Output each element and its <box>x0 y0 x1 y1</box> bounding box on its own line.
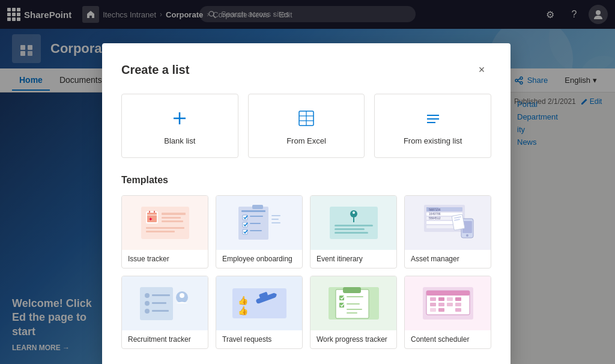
svg-rect-67 <box>452 214 465 231</box>
template-content-scheduler[interactable]: Content scheduler <box>404 276 491 349</box>
svg-rect-44 <box>252 205 263 209</box>
template-travel-label: Travel requests <box>216 330 302 348</box>
svg-rect-31 <box>162 213 186 215</box>
template-recruitment-tracker[interactable]: Recruitment tracker <box>121 276 208 349</box>
template-work-progress[interactable]: Work progress tracker <box>310 276 397 349</box>
svg-point-73 <box>145 301 150 306</box>
from-excel-option[interactable]: From Excel <box>248 94 365 158</box>
template-issue-image: ✦ <box>122 196 208 250</box>
excel-icon <box>294 106 318 130</box>
svg-rect-41 <box>250 216 263 217</box>
svg-rect-104 <box>455 303 461 306</box>
template-event-label: Event itinerary <box>311 250 396 268</box>
template-employee-onboarding[interactable]: Employee onboarding <box>216 195 303 268</box>
svg-rect-99 <box>447 297 453 301</box>
template-content-label: Content scheduler <box>405 330 491 348</box>
svg-rect-106 <box>438 308 444 312</box>
existing-list-label: From existing list <box>404 136 462 145</box>
create-list-modal: Create a list × Blank list <box>102 43 510 364</box>
svg-rect-32 <box>162 217 181 219</box>
svg-rect-47 <box>271 222 280 223</box>
svg-rect-103 <box>447 303 453 306</box>
svg-rect-33 <box>162 220 183 222</box>
template-event-itinerary[interactable]: Event itinerary <box>310 195 397 268</box>
template-work-image <box>311 276 396 330</box>
existing-list-icon <box>421 106 445 130</box>
svg-rect-98 <box>438 297 444 301</box>
svg-point-78 <box>180 293 184 298</box>
svg-point-50 <box>353 211 355 214</box>
list-options: Blank list From Excel <box>121 94 491 158</box>
excel-label: From Excel <box>286 136 326 145</box>
svg-rect-93 <box>347 312 357 314</box>
modal-close-button[interactable]: × <box>472 60 491 79</box>
svg-rect-37 <box>241 210 265 212</box>
svg-rect-46 <box>271 219 279 220</box>
svg-rect-74 <box>152 302 166 304</box>
blank-list-icon <box>168 106 192 130</box>
svg-text:5687156: 5687156 <box>429 208 441 211</box>
template-travel-image: 👍 👍 <box>216 276 302 330</box>
svg-point-75 <box>145 309 150 314</box>
svg-rect-52 <box>335 228 365 230</box>
svg-rect-43 <box>250 230 262 231</box>
svg-rect-96 <box>426 291 470 296</box>
template-employee-image <box>216 196 302 250</box>
template-content-image <box>405 276 491 330</box>
svg-rect-100 <box>455 297 461 301</box>
svg-rect-34 <box>146 227 184 229</box>
svg-rect-45 <box>271 215 280 216</box>
svg-rect-105 <box>430 308 436 312</box>
template-asset-manager[interactable]: 5687156 1649786 5564512 Asset manager <box>404 195 491 268</box>
svg-rect-97 <box>430 297 436 301</box>
svg-text:1649786: 1649786 <box>429 212 441 216</box>
svg-text:✦: ✦ <box>148 216 153 222</box>
svg-point-71 <box>145 293 150 298</box>
template-issue-tracker[interactable]: ✦ Issue tracker <box>121 195 208 268</box>
blank-list-option[interactable]: Blank list <box>121 94 238 158</box>
svg-rect-101 <box>430 303 436 306</box>
template-asset-image: 5687156 1649786 5564512 <box>405 196 491 250</box>
svg-rect-53 <box>335 232 368 234</box>
from-existing-option[interactable]: From existing list <box>374 94 491 158</box>
svg-rect-90 <box>347 296 363 297</box>
template-travel-requests[interactable]: 👍 👍 Travel requests <box>216 276 303 349</box>
templates-grid: ✦ Issue tracker <box>121 195 491 349</box>
templates-title: Templates <box>121 175 491 186</box>
svg-rect-87 <box>343 287 361 293</box>
template-issue-label: Issue tracker <box>122 250 208 268</box>
template-recruitment-image <box>122 276 208 330</box>
svg-rect-51 <box>335 225 373 226</box>
svg-rect-92 <box>347 309 362 310</box>
svg-rect-76 <box>152 310 169 312</box>
svg-rect-91 <box>347 303 360 305</box>
svg-text:👍: 👍 <box>238 296 249 306</box>
template-event-image <box>311 196 396 250</box>
template-employee-label: Employee onboarding <box>216 250 302 268</box>
svg-rect-72 <box>152 294 170 296</box>
modal-title: Create a list <box>121 63 189 77</box>
blank-list-label: Blank list <box>164 136 195 145</box>
svg-rect-35 <box>146 231 175 232</box>
svg-text:👍: 👍 <box>238 306 249 316</box>
template-recruitment-label: Recruitment tracker <box>122 330 208 348</box>
template-work-label: Work progress tracker <box>311 330 396 348</box>
svg-rect-102 <box>438 303 444 306</box>
svg-text:5564512: 5564512 <box>429 216 441 220</box>
svg-rect-42 <box>250 223 261 224</box>
svg-rect-107 <box>455 308 461 312</box>
template-asset-label: Asset manager <box>405 250 491 268</box>
svg-point-66 <box>466 234 468 237</box>
modal-header: Create a list × <box>121 60 491 79</box>
templates-section: Templates ✦ <box>121 175 491 349</box>
